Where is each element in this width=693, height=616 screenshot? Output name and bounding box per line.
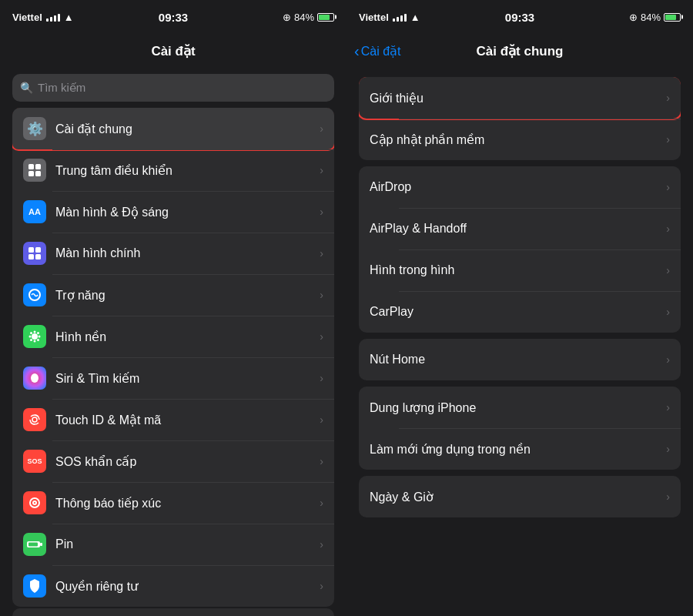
group-info: Giới thiệu › Cập nhật phần mềm › <box>359 77 681 160</box>
battery-icon-left <box>317 13 334 22</box>
chevron-tro-nang: › <box>320 289 323 301</box>
group-info-inner: Giới thiệu › Cập nhật phần mềm › <box>359 77 681 160</box>
svg-point-13 <box>38 336 41 338</box>
settings-list-left: ⚙️ Cài đặt chung › Trung tâm điều khiển <box>0 108 346 616</box>
label-nut-home: Nút Home <box>370 353 666 367</box>
settings-item-airdrop[interactable]: AirDrop › <box>359 166 681 208</box>
back-button[interactable]: ‹ Cài đặt <box>354 43 400 59</box>
settings-item-touch-id[interactable]: Touch ID & Mật mã › <box>12 399 334 440</box>
search-bar[interactable]: 🔍 Tìm kiếm <box>12 74 334 102</box>
wifi-icon-right: ▲ <box>410 12 420 23</box>
battery-icon-right <box>664 13 681 22</box>
label-airdrop: AirDrop <box>370 180 666 194</box>
icon-thong-bao <box>23 491 46 514</box>
settings-item-nut-home[interactable]: Nút Home › <box>359 339 681 380</box>
svg-point-14 <box>30 332 32 334</box>
chevron-cap-nhat: › <box>666 133 670 146</box>
chevron-dung-luong: › <box>666 401 670 413</box>
label-quyen-rieng-tu: Quyền riêng tư <box>55 579 320 594</box>
group-air-inner: AirDrop › AirPlay & Handoff › Hình trong… <box>359 166 681 333</box>
back-arrow-icon: ‹ <box>354 43 360 59</box>
status-left-right: Viettel ▲ <box>359 12 420 23</box>
label-hinh-nen: Hình nền <box>55 330 320 344</box>
label-cai-dat-chung: Cài đặt chung <box>55 122 320 136</box>
icon-hinh-nen <box>23 325 46 348</box>
icon-cai-dat-chung: ⚙️ <box>23 117 46 140</box>
svg-point-16 <box>30 339 32 341</box>
settings-item-sos[interactable]: SOS SOS khẩn cấp › <box>12 440 334 482</box>
settings-item-airplay-handoff[interactable]: AirPlay & Handoff › <box>359 208 681 249</box>
label-pin: Pin <box>55 537 320 551</box>
location-icon-right: ⊕ <box>629 12 638 23</box>
svg-point-22 <box>34 502 35 504</box>
icon-touch-id <box>23 408 46 431</box>
time-right: 09:33 <box>505 11 534 24</box>
chevron-gioi-thieu: › <box>666 92 670 104</box>
settings-item-app-store[interactable]: A App Store › <box>12 608 334 616</box>
settings-item-gioi-thieu[interactable]: Giới thiệu › <box>359 77 681 119</box>
main-settings-group-inner: ⚙️ Cài đặt chung › Trung tâm điều khiển <box>12 108 334 607</box>
settings-item-pin[interactable]: Pin › <box>12 524 334 565</box>
svg-rect-24 <box>40 543 42 546</box>
svg-rect-3 <box>35 171 41 176</box>
label-lam-moi: Làm mới ứng dụng trong nền <box>370 442 666 457</box>
chevron-cai-dat-chung: › <box>320 122 323 135</box>
settings-item-thong-bao[interactable]: Thông báo tiếp xúc › <box>12 482 334 524</box>
chevron-thong-bao: › <box>320 497 323 509</box>
icon-pin <box>23 533 46 556</box>
label-sos: SOS khẩn cấp <box>55 454 320 469</box>
settings-item-cap-nhat[interactable]: Cập nhật phần mềm › <box>359 119 681 160</box>
svg-point-9 <box>32 333 38 340</box>
settings-item-hinh-trong-hinh[interactable]: Hình trong hình › <box>359 249 681 291</box>
label-airplay-handoff: AirPlay & Handoff <box>370 222 666 236</box>
status-bar-right: Viettel ▲ 09:33 ⊕ 84% <box>346 0 693 34</box>
svg-point-11 <box>34 340 36 343</box>
settings-item-man-hinh-chinh[interactable]: Màn hình chính › <box>12 233 334 274</box>
location-icon-left: ⊕ <box>283 12 291 23</box>
label-dung-luong: Dung lượng iPhone <box>370 400 666 415</box>
label-man-hinh-do-sang: Màn hình & Độ sáng <box>55 205 320 219</box>
settings-item-quyen-rieng-tu[interactable]: Quyền riêng tư › <box>12 565 334 607</box>
group-air: AirDrop › AirPlay & Handoff › Hình trong… <box>359 166 681 333</box>
settings-item-trung-tam-dieu-khien[interactable]: Trung tâm điều khiển › <box>12 149 334 191</box>
chevron-lam-moi: › <box>666 443 670 455</box>
carrier-right: Viettel <box>359 12 389 23</box>
settings-item-cai-dat-chung[interactable]: ⚙️ Cài đặt chung › <box>12 108 334 149</box>
chevron-carplay: › <box>666 306 670 318</box>
svg-rect-7 <box>35 254 41 259</box>
settings-item-lam-moi[interactable]: Làm mới ứng dụng trong nền › <box>359 428 681 470</box>
main-settings-group: ⚙️ Cài đặt chung › Trung tâm điều khiển <box>0 108 346 607</box>
wifi-icon-left: ▲ <box>64 12 74 23</box>
icon-tro-nang <box>23 283 46 306</box>
svg-point-10 <box>34 331 36 333</box>
status-right-left: ⊕ 84% <box>283 12 334 23</box>
status-right-right: ⊕ 84% <box>629 12 681 23</box>
settings-item-dung-luong[interactable]: Dung lượng iPhone › <box>359 387 681 428</box>
right-panel: Viettel ▲ 09:33 ⊕ 84% ‹ Cài đặt Cài đặt … <box>346 0 693 616</box>
time-left: 09:33 <box>159 11 188 24</box>
svg-rect-0 <box>28 164 34 169</box>
bottom-settings-group: A App Store › <box>0 608 346 616</box>
battery-percent-right: 84% <box>641 12 661 23</box>
icon-man-hinh-do-sang: AA <box>23 200 46 223</box>
svg-rect-4 <box>28 247 34 253</box>
signal-bars-left <box>46 12 60 22</box>
chevron-quyen-rieng-tu: › <box>320 580 323 592</box>
svg-rect-2 <box>28 171 34 176</box>
svg-rect-6 <box>28 254 34 259</box>
settings-item-siri[interactable]: Siri & Tìm kiếm › <box>12 357 334 399</box>
bottom-settings-group-inner: A App Store › <box>12 608 334 616</box>
chevron-man-hinh-do-sang: › <box>320 206 323 218</box>
chevron-touch-id: › <box>320 413 323 426</box>
settings-item-carplay[interactable]: CarPlay › <box>359 291 681 333</box>
signal-bars-right <box>393 12 407 22</box>
icon-trung-tam-dieu-khien <box>23 159 46 182</box>
settings-item-tro-nang[interactable]: Trợ năng › <box>12 274 334 316</box>
icon-man-hinh-chinh <box>23 242 46 265</box>
settings-item-man-hinh-do-sang[interactable]: AA Màn hình & Độ sáng › <box>12 191 334 233</box>
search-icon: 🔍 <box>20 82 33 94</box>
svg-rect-5 <box>35 247 41 253</box>
settings-item-hinh-nen[interactable]: Hình nền › <box>12 316 334 357</box>
carrier-left: Viettel <box>12 12 42 23</box>
settings-item-ngay-gio[interactable]: Ngày & Giờ › <box>359 476 681 517</box>
